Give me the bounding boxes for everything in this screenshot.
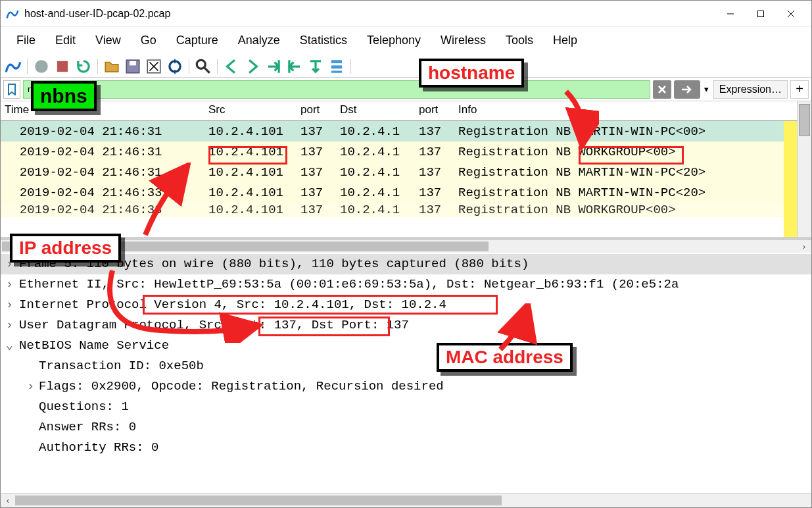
filter-dropdown-icon[interactable]: ▾ (703, 84, 711, 94)
window-title: host-and-user-ID-pcap-02.pcap (24, 8, 715, 20)
cell-src: 10.2.4.101 (204, 163, 297, 182)
restart-capture-icon[interactable] (75, 58, 92, 75)
svg-point-12 (197, 60, 205, 68)
cell-port1: 137 (297, 143, 336, 161)
menu-statistics[interactable]: Statistics (300, 34, 347, 47)
cell-src: 10.2.4.101 (204, 184, 297, 202)
menu-file[interactable]: File (16, 34, 36, 47)
annot-nbns: nbns (31, 81, 97, 111)
menu-help[interactable]: Help (553, 34, 577, 47)
cell-dst: 10.2.4.1 (336, 163, 415, 182)
menu-go[interactable]: Go (141, 34, 156, 47)
go-last-icon[interactable] (307, 58, 324, 75)
cell-port1: 137 (297, 122, 336, 141)
start-capture-icon[interactable] (33, 58, 50, 75)
autoscroll-icon[interactable] (328, 58, 345, 75)
packet-row[interactable]: 2019-02-04 21:46:3110.2.4.10113710.2.4.1… (1, 121, 811, 141)
col-dst[interactable]: Dst (336, 101, 415, 120)
titlebar: host-and-user-ID-pcap-02.pcap (1, 1, 811, 27)
cell-src: 10.2.4.101 (204, 143, 297, 161)
cell-info: Registration NB MARTIN-WIN-PC<20> (454, 163, 811, 182)
annot-hostname: hostname (419, 59, 524, 88)
packet-row[interactable]: 2019-02-04 21:46:3310.2.4.10113710.2.4.1… (1, 182, 811, 203)
bottom-hscrollbar[interactable]: ‹ (1, 493, 811, 507)
filter-toolbar: ▾ Expression… + (1, 78, 811, 101)
annot-mac: MAC address (437, 343, 573, 372)
ethernet-line[interactable]: Ethernet II, Src: HewlettP_69:53:5a (00:… (1, 274, 811, 295)
packet-row[interactable]: 2019-02-04 21:46:3110.2.4.10113710.2.4.1… (1, 162, 811, 182)
go-back-icon[interactable] (223, 58, 240, 75)
packet-marker-bar (784, 121, 797, 237)
display-filter-input[interactable] (23, 80, 650, 99)
cell-time: 2019-02-04 21:46:31 (1, 143, 204, 161)
menu-tools[interactable]: Tools (506, 34, 533, 47)
cell-time: 2019-02-04 21:46:33 (1, 203, 204, 217)
apply-filter-icon[interactable] (674, 80, 700, 99)
frame-line[interactable]: Frame 5: 110 bytes on wire (880 bits), 1… (1, 254, 811, 274)
cell-info: Registration NB MARTIN-WIN-PC<00> (454, 122, 811, 141)
packet-hscrollbar[interactable]: › (1, 240, 811, 253)
wireshark-logo-icon[interactable] (5, 58, 22, 75)
cell-info: Registration NB WORKGROUP<00> (454, 203, 811, 217)
questions-line[interactable]: Questions: 1 (1, 397, 811, 417)
packet-row[interactable]: 2019-02-04 21:46:3310.2.4.10113710.2.4.1… (1, 203, 811, 217)
open-file-icon[interactable] (103, 58, 120, 75)
svg-rect-17 (331, 60, 342, 63)
cell-port2: 137 (415, 163, 454, 182)
stop-capture-icon[interactable] (54, 58, 71, 75)
maximize-button[interactable] (746, 4, 776, 24)
cell-time: 2019-02-04 21:46:31 (1, 122, 204, 141)
packet-details-pane[interactable]: Frame 5: 110 bytes on wire (880 bits), 1… (1, 253, 811, 470)
cell-info: Registration NB MARTIN-WIN-PC<20> (454, 184, 811, 202)
close-button[interactable] (776, 4, 806, 24)
udp-line[interactable]: User Datagram Protocol, Src Port: 137, D… (1, 315, 811, 336)
col-port2[interactable]: port (415, 101, 454, 120)
nbns-line[interactable]: NetBIOS Name Service (1, 336, 811, 356)
menu-edit[interactable]: Edit (55, 34, 76, 47)
packet-list-pane: Time Src port Dst port Info 2019-02-04 2… (1, 101, 811, 240)
window-controls (715, 4, 806, 24)
reload-icon[interactable] (166, 58, 183, 75)
ip-line[interactable]: Internet Protocol Version 4, Src: 10.2.4… (1, 295, 811, 315)
col-src[interactable]: Src (204, 101, 297, 120)
answers-line[interactable]: Answer RRs: 0 (1, 417, 811, 438)
packet-row[interactable]: 2019-02-04 21:46:3110.2.4.10113710.2.4.1… (1, 141, 811, 162)
add-filter-button[interactable]: + (790, 80, 809, 99)
go-to-packet-icon[interactable] (265, 58, 282, 75)
main-toolbar (1, 55, 811, 78)
save-file-icon[interactable] (124, 58, 141, 75)
cell-port2: 137 (415, 203, 454, 217)
close-file-icon[interactable] (145, 58, 162, 75)
svg-rect-19 (331, 70, 342, 72)
col-port1[interactable]: port (297, 101, 336, 120)
svg-point-4 (35, 60, 48, 73)
clear-filter-icon[interactable] (653, 80, 671, 99)
menu-view[interactable]: View (95, 34, 121, 47)
menu-capture[interactable]: Capture (176, 34, 218, 47)
go-forward-icon[interactable] (244, 58, 261, 75)
packet-rows[interactable]: 2019-02-04 21:46:3110.2.4.10113710.2.4.1… (1, 121, 811, 217)
cell-time: 2019-02-04 21:46:31 (1, 163, 204, 182)
menu-analyze[interactable]: Analyze (238, 34, 280, 47)
menu-wireless[interactable]: Wireless (441, 34, 486, 47)
expression-button[interactable]: Expression… (713, 80, 788, 99)
cell-src: 10.2.4.101 (204, 122, 297, 141)
menu-telephony[interactable]: Telephony (367, 34, 421, 47)
go-first-icon[interactable] (286, 58, 303, 75)
svg-rect-7 (130, 61, 136, 65)
bookmark-icon[interactable] (3, 80, 20, 99)
cell-port1: 137 (297, 184, 336, 202)
flags-line[interactable]: Flags: 0x2900, Opcode: Registration, Rec… (1, 376, 811, 397)
cell-src: 10.2.4.101 (204, 203, 297, 217)
txid-line[interactable]: Transaction ID: 0xe50b (1, 356, 811, 376)
find-icon[interactable] (195, 58, 212, 75)
cell-info: Registration NB WORKGROUP<00> (454, 143, 811, 161)
authority-line[interactable]: Authority RRs: 0 (1, 438, 811, 458)
svg-line-13 (204, 67, 210, 72)
cell-time: 2019-02-04 21:46:33 (1, 184, 204, 202)
minimize-button[interactable] (715, 4, 746, 24)
col-info[interactable]: Info (454, 101, 811, 120)
cell-dst: 10.2.4.1 (336, 203, 415, 217)
packet-vscrollbar[interactable]: ˆ (797, 101, 811, 237)
svg-rect-1 (758, 11, 764, 16)
